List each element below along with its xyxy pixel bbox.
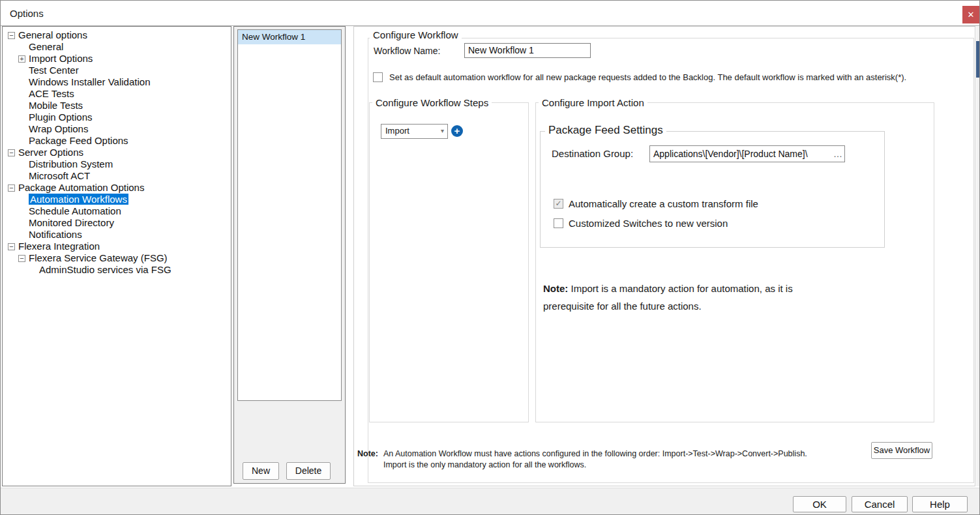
tree-item[interactable]: Monitored Directory	[3, 217, 231, 229]
tree-item-label: Flexera Service Gateway (FSG)	[29, 252, 168, 263]
scrollbar-thumb[interactable]	[976, 41, 979, 78]
tree-item[interactable]: Automation Workflows	[3, 194, 231, 205]
tree-item-label: General	[29, 41, 63, 52]
tree-item[interactable]: −Server Options	[3, 147, 231, 158]
destination-group-value: Applications\[Vendor]\[Product Name]\	[653, 149, 808, 159]
auto-transform-checkbox-label: Automatically create a custom transform …	[569, 198, 758, 209]
workflow-order-note-bold: Note:	[357, 449, 378, 471]
step-dropdown[interactable]: Import ▾	[381, 124, 448, 139]
dialog-footer: OK Cancel Help	[1, 488, 980, 515]
workflow-listbox[interactable]: New Workflow 1	[237, 29, 342, 401]
vertical-scrollbar[interactable]	[976, 27, 979, 486]
workflow-steps-group-title: Configure Workflow Steps	[372, 97, 492, 108]
add-step-icon[interactable]: +	[451, 125, 463, 137]
tree-item-label: Windows Installer Validation	[29, 76, 150, 87]
tree-item-label: Server Options	[18, 147, 83, 158]
tree-item-label: Package Feed Options	[29, 135, 128, 146]
import-note-text: Import is a mandatory action for automat…	[543, 283, 793, 312]
tree-item[interactable]: Microsoft ACT	[3, 170, 231, 182]
tree-item[interactable]: Mobile Tests	[3, 100, 231, 111]
workflow-list-item[interactable]: New Workflow 1	[238, 30, 341, 44]
workflow-order-note: Note: An Automation Workflow must have a…	[357, 449, 807, 471]
tree-item-label: Microsoft ACT	[29, 170, 90, 181]
tree-item-label: Monitored Directory	[29, 217, 114, 228]
tree-item[interactable]: ACE Tests	[3, 88, 231, 100]
import-note: Note: Import is a mandatory action for a…	[543, 280, 833, 315]
save-workflow-button[interactable]: Save Workflow	[871, 442, 932, 459]
tree-item[interactable]: −Flexera Service Gateway (FSG)	[3, 252, 231, 264]
workflow-order-note-line2: Import is the only mandatory action for …	[383, 460, 807, 471]
expand-icon[interactable]: +	[18, 55, 25, 63]
tree-item[interactable]: Distribution System	[3, 158, 231, 170]
tree-item-label: Notifications	[29, 229, 82, 240]
tree-item[interactable]: Wrap Options	[3, 123, 231, 135]
tree-item[interactable]: Plugin Options	[3, 111, 231, 123]
package-feed-group-title: Package Feed Settings	[545, 124, 666, 137]
tree-item[interactable]: Test Center	[3, 65, 231, 76]
tree-item-label: ACE Tests	[29, 88, 74, 99]
workflow-order-note-line1: An Automation Workflow must have actions…	[383, 449, 807, 460]
tree-item-label: Import Options	[29, 53, 93, 64]
cancel-button[interactable]: Cancel	[852, 496, 908, 512]
tree-item[interactable]: −General options	[3, 29, 231, 41]
tree-item[interactable]: General	[3, 41, 231, 53]
tree-item-label: Schedule Automation	[29, 205, 121, 216]
help-button[interactable]: Help	[912, 496, 968, 512]
destination-group-label: Destination Group:	[552, 148, 633, 159]
chevron-down-icon: ▾	[441, 127, 444, 134]
destination-group-input[interactable]: Applications\[Vendor]\[Product Name]\ …	[649, 145, 845, 162]
tree-item[interactable]: −Package Automation Options	[3, 182, 231, 194]
workflow-steps-groupbox	[369, 102, 529, 422]
new-workflow-button[interactable]: New	[243, 462, 279, 480]
collapse-icon[interactable]: −	[8, 149, 15, 156]
title-bar: Options ✕	[1, 1, 980, 26]
custom-switches-checkbox[interactable]	[554, 218, 563, 228]
default-workflow-checkbox-label: Set as default automation workflow for a…	[389, 72, 906, 82]
tree-item-label: Flexera Integration	[18, 241, 100, 252]
collapse-icon[interactable]: −	[8, 184, 15, 192]
configure-workflow-group-title: Configure Workflow	[370, 29, 462, 40]
import-action-group-title: Configure Import Action	[539, 97, 647, 108]
tree-item[interactable]: +Import Options	[3, 53, 231, 65]
tree-item-label: Mobile Tests	[29, 100, 83, 111]
tree-item[interactable]: AdminStudio services via FSG	[3, 264, 231, 276]
workflow-name-input[interactable]: New Workflow 1	[464, 43, 591, 58]
import-note-bold: Note:	[543, 283, 568, 294]
tree-item-label: Test Center	[29, 65, 79, 76]
tree-item-label: Package Automation Options	[18, 182, 144, 193]
auto-transform-checkbox[interactable]: ✓	[554, 199, 563, 209]
delete-workflow-button[interactable]: Delete	[286, 462, 331, 480]
tree-item-label: General options	[18, 29, 87, 40]
workflow-name-label: Workflow Name:	[374, 46, 440, 56]
options-dialog: Options ✕ −General optionsGeneral+Import…	[0, 0, 980, 515]
tree-item[interactable]: Notifications	[3, 229, 231, 241]
browse-ellipsis-icon[interactable]: …	[833, 146, 842, 162]
options-tree: −General optionsGeneral+Import OptionsTe…	[2, 26, 231, 486]
workflow-list-panel: New Workflow 1 New Delete	[233, 26, 346, 484]
tree-item-label: AdminStudio services via FSG	[39, 264, 171, 275]
collapse-icon[interactable]: −	[8, 243, 15, 250]
default-workflow-checkbox[interactable]	[373, 72, 383, 82]
tree-item-label: Distribution System	[29, 158, 113, 169]
collapse-icon[interactable]: −	[8, 32, 15, 39]
tree-item[interactable]: −Flexera Integration	[3, 241, 231, 252]
step-dropdown-value: Import	[385, 126, 409, 136]
ok-button[interactable]: OK	[793, 496, 846, 512]
close-icon[interactable]: ✕	[962, 6, 979, 23]
window-title: Options	[10, 8, 44, 19]
collapse-icon[interactable]: −	[18, 255, 25, 262]
custom-switches-checkbox-label: Customized Switches to new version	[569, 218, 728, 229]
tree-item[interactable]: Schedule Automation	[3, 205, 231, 217]
tree-item-label: Plugin Options	[29, 111, 93, 123]
tree-item[interactable]: Package Feed Options	[3, 135, 231, 147]
tree-item-label: Automation Workflows	[29, 194, 128, 205]
tree-item-label: Wrap Options	[29, 123, 88, 134]
tree-item[interactable]: Windows Installer Validation	[3, 76, 231, 88]
